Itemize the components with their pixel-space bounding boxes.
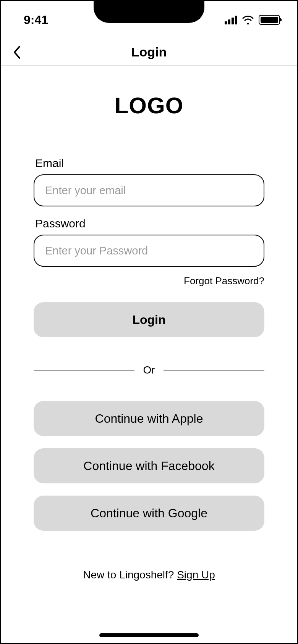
nav-header: Login: [1, 39, 297, 66]
signup-row: New to Lingoshelf? Sign Up: [34, 569, 264, 581]
continue-with-facebook-button[interactable]: Continue with Facebook: [34, 448, 264, 483]
email-input[interactable]: [34, 174, 264, 206]
password-input[interactable]: [34, 235, 264, 267]
signup-prompt: New to Lingoshelf?: [83, 569, 177, 581]
status-time: 9:41: [24, 13, 48, 27]
status-bar: 9:41: [1, 1, 297, 39]
battery-icon: [259, 15, 280, 25]
divider: Or: [34, 364, 264, 376]
email-label: Email: [35, 157, 264, 170]
divider-line-right: [164, 370, 264, 370]
home-indicator[interactable]: [99, 633, 199, 637]
main-content: LOGO Email Password Forgot Password? Log…: [1, 66, 297, 643]
status-icons: [225, 15, 280, 25]
device-notch: [94, 1, 204, 23]
email-field-group: Email: [34, 157, 264, 206]
continue-with-google-button[interactable]: Continue with Google: [34, 496, 264, 531]
login-button[interactable]: Login: [34, 302, 264, 337]
cellular-signal-icon: [225, 16, 237, 24]
back-button[interactable]: [8, 44, 25, 61]
chevron-left-icon: [13, 45, 21, 59]
signup-link[interactable]: Sign Up: [177, 569, 215, 581]
social-login-buttons: Continue with Apple Continue with Facebo…: [34, 401, 264, 531]
continue-with-apple-button[interactable]: Continue with Apple: [34, 401, 264, 436]
divider-text: Or: [143, 364, 155, 376]
divider-line-left: [34, 370, 134, 370]
app-logo: LOGO: [34, 92, 264, 119]
password-label: Password: [35, 217, 264, 230]
wifi-icon: [242, 15, 254, 24]
forgot-password-link[interactable]: Forgot Password?: [34, 275, 264, 287]
password-field-group: Password: [34, 217, 264, 267]
page-title: Login: [131, 45, 167, 60]
